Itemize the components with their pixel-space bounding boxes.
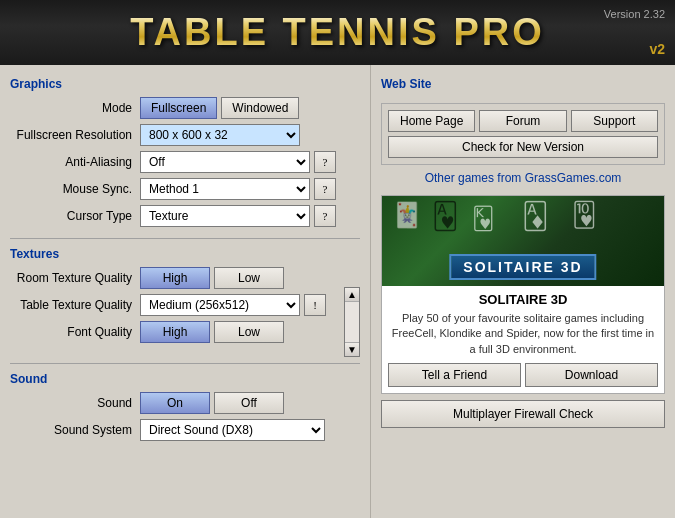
room-texture-label: Room Texture Quality bbox=[10, 271, 140, 285]
game-description: Play 50 of your favourite solitaire game… bbox=[390, 311, 656, 357]
website-section: Home Page Forum Support Check for New Ve… bbox=[381, 103, 665, 165]
game-advertisement: 🃏 🂱 🂾 🃁 🂺 SOLITAIRE 3D SOLITAIRE 3D Play… bbox=[381, 195, 665, 394]
graphics-section: Graphics Mode Fullscreen Windowed Fullsc… bbox=[10, 73, 360, 232]
sound-controls: On Off bbox=[140, 392, 360, 414]
version-number: Version 2.32 bbox=[604, 8, 665, 20]
game-image: 🃏 🂱 🂾 🃁 🂺 SOLITAIRE 3D bbox=[382, 196, 664, 286]
mode-controls: Fullscreen Windowed bbox=[140, 97, 360, 119]
font-quality-controls: High Low bbox=[140, 321, 340, 343]
website-section-header: Web Site bbox=[381, 77, 665, 91]
version-v2: v2 bbox=[649, 41, 665, 57]
textures-inner: Room Texture Quality High Low Table Text… bbox=[10, 267, 340, 357]
other-games-label: Other games from GrassGames.com bbox=[381, 171, 665, 185]
game-image-title: SOLITAIRE 3D bbox=[449, 254, 596, 280]
game-title: SOLITAIRE 3D bbox=[390, 292, 656, 307]
download-button[interactable]: Download bbox=[525, 363, 658, 387]
game-buttons: Tell a Friend Download bbox=[382, 363, 664, 393]
cursor-type-row: Cursor Type Texture ? bbox=[10, 205, 360, 227]
font-quality-label: Font Quality bbox=[10, 325, 140, 339]
font-high-button[interactable]: High bbox=[140, 321, 210, 343]
card-deco-5: 🂺 bbox=[572, 201, 597, 229]
scroll-track bbox=[345, 302, 359, 342]
check-version-button[interactable]: Check for New Version bbox=[388, 136, 658, 158]
sound-off-button[interactable]: Off bbox=[214, 392, 284, 414]
room-low-button[interactable]: Low bbox=[214, 267, 284, 289]
card-deco-1: 🃏 bbox=[392, 201, 422, 229]
home-page-button[interactable]: Home Page bbox=[388, 110, 475, 132]
card-deco-3: 🂾 bbox=[472, 206, 495, 232]
resolution-controls: 800 x 600 x 32 bbox=[140, 124, 360, 146]
firewall-button[interactable]: Multiplayer Firewall Check bbox=[381, 400, 665, 428]
anti-aliasing-dropdown[interactable]: Off bbox=[140, 151, 310, 173]
fullscreen-button[interactable]: Fullscreen bbox=[140, 97, 217, 119]
website-top-row: Home Page Forum Support bbox=[388, 110, 658, 132]
table-texture-dropdown[interactable]: Medium (256x512) bbox=[140, 294, 300, 316]
textures-scrollbar[interactable]: ▲ ▼ bbox=[344, 287, 360, 357]
sound-divider bbox=[10, 363, 360, 364]
left-panel: Graphics Mode Fullscreen Windowed Fullsc… bbox=[0, 65, 370, 518]
font-quality-row: Font Quality High Low bbox=[10, 321, 340, 343]
mouse-sync-label: Mouse Sync. bbox=[10, 182, 140, 196]
card-deco-4: 🃁 bbox=[522, 201, 549, 232]
resolution-dropdown[interactable]: 800 x 600 x 32 bbox=[140, 124, 300, 146]
tell-friend-button[interactable]: Tell a Friend bbox=[388, 363, 521, 387]
sound-system-dropdown[interactable]: Direct Sound (DX8) bbox=[140, 419, 325, 441]
windowed-button[interactable]: Windowed bbox=[221, 97, 299, 119]
anti-aliasing-help-button[interactable]: ? bbox=[314, 151, 336, 173]
scroll-up-arrow[interactable]: ▲ bbox=[345, 288, 359, 302]
anti-aliasing-controls: Off ? bbox=[140, 151, 360, 173]
textures-section-header: Textures bbox=[10, 247, 360, 261]
textures-section: Textures Room Texture Quality High Low T… bbox=[10, 243, 360, 357]
textures-content-wrapper: Room Texture Quality High Low Table Text… bbox=[10, 267, 360, 357]
cursor-type-label: Cursor Type bbox=[10, 209, 140, 223]
mouse-sync-help-button[interactable]: ? bbox=[314, 178, 336, 200]
sound-row-label: Sound bbox=[10, 396, 140, 410]
main-content: Graphics Mode Fullscreen Windowed Fullsc… bbox=[0, 65, 675, 518]
graphics-divider bbox=[10, 238, 360, 239]
right-panel: Web Site Home Page Forum Support Check f… bbox=[370, 65, 675, 518]
scroll-down-arrow[interactable]: ▼ bbox=[345, 342, 359, 356]
sound-section: Sound Sound On Off Sound System Direct S… bbox=[10, 368, 360, 446]
app-title: TABLE TENNIS PRO bbox=[130, 11, 545, 54]
sound-system-row: Sound System Direct Sound (DX8) bbox=[10, 419, 360, 441]
mode-row: Mode Fullscreen Windowed bbox=[10, 97, 360, 119]
sound-system-label: Sound System bbox=[10, 423, 140, 437]
anti-aliasing-label: Anti-Aliasing bbox=[10, 155, 140, 169]
sound-system-controls: Direct Sound (DX8) bbox=[140, 419, 360, 441]
cursor-type-help-button[interactable]: ? bbox=[314, 205, 336, 227]
resolution-label: Fullscreen Resolution bbox=[10, 128, 140, 142]
room-texture-controls: High Low bbox=[140, 267, 340, 289]
table-texture-exclaim-button[interactable]: ! bbox=[304, 294, 326, 316]
graphics-section-header: Graphics bbox=[10, 77, 360, 91]
mouse-sync-dropdown[interactable]: Method 1 bbox=[140, 178, 310, 200]
mouse-sync-controls: Method 1 ? bbox=[140, 178, 360, 200]
font-low-button[interactable]: Low bbox=[214, 321, 284, 343]
cursor-type-dropdown[interactable]: Texture bbox=[140, 205, 310, 227]
sound-section-header: Sound bbox=[10, 372, 360, 386]
table-texture-row: Table Texture Quality Medium (256x512) ! bbox=[10, 294, 340, 316]
sound-row: Sound On Off bbox=[10, 392, 360, 414]
table-texture-label: Table Texture Quality bbox=[10, 298, 140, 312]
app-header: TABLE TENNIS PRO v2 Version 2.32 bbox=[0, 0, 675, 65]
mouse-sync-row: Mouse Sync. Method 1 ? bbox=[10, 178, 360, 200]
game-info: SOLITAIRE 3D Play 50 of your favourite s… bbox=[382, 286, 664, 363]
card-deco-2: 🂱 bbox=[432, 201, 459, 232]
resolution-row: Fullscreen Resolution 800 x 600 x 32 bbox=[10, 124, 360, 146]
mode-label: Mode bbox=[10, 101, 140, 115]
table-texture-controls: Medium (256x512) ! bbox=[140, 294, 340, 316]
sound-on-button[interactable]: On bbox=[140, 392, 210, 414]
support-button[interactable]: Support bbox=[571, 110, 658, 132]
forum-button[interactable]: Forum bbox=[479, 110, 566, 132]
cursor-type-controls: Texture ? bbox=[140, 205, 360, 227]
room-texture-row: Room Texture Quality High Low bbox=[10, 267, 340, 289]
anti-aliasing-row: Anti-Aliasing Off ? bbox=[10, 151, 360, 173]
room-high-button[interactable]: High bbox=[140, 267, 210, 289]
